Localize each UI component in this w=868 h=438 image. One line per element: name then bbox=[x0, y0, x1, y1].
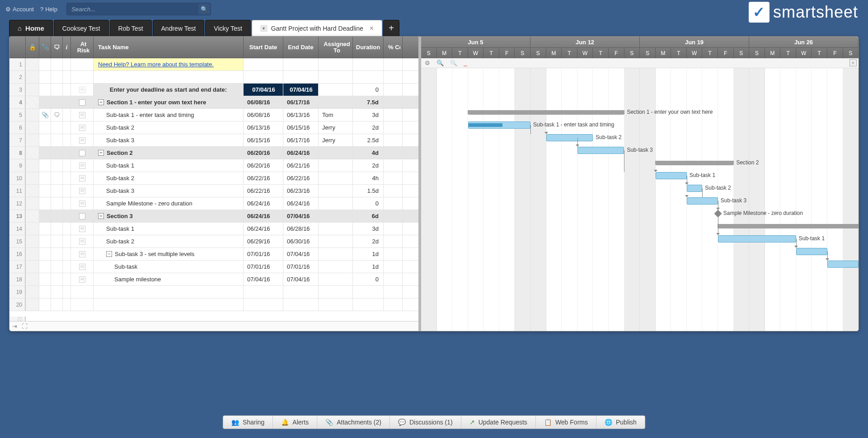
cell-assigned[interactable] bbox=[319, 235, 353, 247]
gantt-task-bar[interactable] bbox=[827, 261, 859, 268]
bottombar-button[interactable]: 🌐Publish bbox=[596, 416, 645, 429]
cell-pct[interactable] bbox=[384, 210, 403, 222]
cell-end-date[interactable]: 07/04/16 bbox=[283, 273, 319, 285]
cell-duration[interactable]: 7.5d bbox=[353, 96, 384, 108]
search-input[interactable] bbox=[66, 3, 211, 15]
flag-icon[interactable] bbox=[79, 200, 85, 207]
cell-comment[interactable] bbox=[51, 298, 63, 311]
grid-row[interactable]: 12Sample Milestone - zero duration06/24/… bbox=[9, 197, 418, 210]
grid-row[interactable]: 14Sub-task 106/24/1606/28/163d bbox=[9, 223, 418, 235]
cell-start-date[interactable]: 06/15/16 bbox=[244, 134, 283, 146]
cell-assigned[interactable]: Jerry bbox=[319, 121, 353, 134]
cell-assigned[interactable] bbox=[319, 298, 353, 311]
collapse-toggle[interactable]: − bbox=[98, 99, 104, 105]
gantt-section-bar[interactable] bbox=[468, 110, 624, 115]
cell-pct[interactable] bbox=[384, 223, 403, 235]
cell-attach[interactable] bbox=[39, 172, 51, 184]
cell-attach[interactable] bbox=[39, 185, 51, 197]
col-risk[interactable]: At Risk bbox=[71, 37, 94, 58]
grid-row[interactable]: 19 bbox=[9, 286, 418, 298]
cell-assigned[interactable]: Tom bbox=[319, 109, 353, 121]
cell-end-date[interactable]: 06/24/16 bbox=[283, 197, 319, 210]
cell-pct[interactable] bbox=[384, 159, 403, 172]
cell-attach[interactable] bbox=[39, 223, 51, 235]
cell-start-date[interactable]: 06/08/16 bbox=[244, 96, 283, 108]
col-lock[interactable]: 🔒 bbox=[26, 37, 39, 58]
flag-icon[interactable] bbox=[79, 175, 85, 182]
cell-task[interactable]: Sub-task 2 bbox=[94, 172, 244, 184]
gantt-task-bar[interactable] bbox=[577, 147, 624, 154]
cell-start-date[interactable]: 06/24/16 bbox=[244, 210, 283, 222]
grid-row[interactable]: 8−Section 206/20/1606/24/164d bbox=[9, 147, 418, 159]
col-start[interactable]: Start Date bbox=[244, 37, 283, 58]
cell-start-date[interactable]: 07/01/16 bbox=[244, 261, 283, 273]
cell-start-date[interactable]: 06/24/16 bbox=[244, 223, 283, 235]
cell-task[interactable]: −Section 2 bbox=[94, 147, 244, 159]
critical-path-icon[interactable]: ⎯ bbox=[464, 60, 467, 66]
grid-row[interactable]: 1Need Help? Learn more about this templa… bbox=[9, 58, 418, 71]
grid-row[interactable]: 4−Section 1 - enter your own text here06… bbox=[9, 96, 418, 109]
cell-assigned[interactable] bbox=[319, 159, 353, 172]
cell-pct[interactable] bbox=[384, 286, 403, 298]
cell-pct[interactable] bbox=[384, 261, 403, 273]
zoom-out-icon[interactable]: 🔍 bbox=[450, 60, 457, 66]
cell-duration[interactable]: 1d bbox=[353, 248, 384, 260]
cell-duration[interactable]: 1d bbox=[353, 261, 384, 273]
cell-duration[interactable] bbox=[353, 58, 384, 70]
cell-task[interactable]: Sub-task 2 bbox=[94, 121, 244, 134]
cell-risk[interactable] bbox=[71, 223, 94, 235]
cell-start-date[interactable]: 06/24/16 bbox=[244, 197, 283, 210]
bottombar-button[interactable]: 👥Sharing bbox=[223, 416, 273, 429]
cell-duration[interactable]: 0 bbox=[353, 84, 384, 96]
cell-comment[interactable] bbox=[51, 248, 63, 260]
cell-task[interactable]: Sub-task 1 bbox=[94, 159, 244, 172]
search-button[interactable]: 🔍 bbox=[198, 4, 210, 14]
help-link[interactable]: ? Help bbox=[40, 6, 57, 13]
cell-comment[interactable]: 🗨 bbox=[51, 109, 63, 121]
tab-dropdown-icon[interactable]: ▾ bbox=[260, 25, 267, 32]
gantt-task-bar[interactable] bbox=[546, 134, 593, 141]
cell-risk[interactable] bbox=[71, 261, 94, 273]
grid-row[interactable]: 10Sub-task 206/22/1606/22/164h bbox=[9, 172, 418, 185]
cell-attach[interactable] bbox=[39, 147, 51, 159]
cell-end-date[interactable]: 06/28/16 bbox=[283, 223, 319, 235]
flag-icon[interactable] bbox=[79, 188, 85, 194]
bottombar-button[interactable]: ↗Update Requests bbox=[461, 416, 536, 429]
cell-risk[interactable] bbox=[71, 235, 94, 247]
cell-attach[interactable] bbox=[39, 71, 51, 83]
cell-end-date[interactable]: 06/23/16 bbox=[283, 185, 319, 197]
cell-assigned[interactable] bbox=[319, 58, 353, 70]
cell-end-date[interactable]: 06/30/16 bbox=[283, 235, 319, 247]
cell-comment[interactable] bbox=[51, 147, 63, 159]
tab-sheet[interactable]: Cooksey Test bbox=[54, 20, 109, 36]
flag-icon[interactable] bbox=[79, 264, 85, 270]
collapse-toggle[interactable]: − bbox=[98, 150, 104, 156]
tab-add[interactable]: + bbox=[383, 20, 399, 36]
tab-sheet[interactable]: Rob Test bbox=[110, 20, 152, 36]
cell-risk[interactable] bbox=[71, 248, 94, 260]
cell-pct[interactable] bbox=[384, 197, 403, 210]
cell-duration[interactable] bbox=[353, 286, 384, 298]
grid-row[interactable]: 18Sample milestone07/04/1607/04/160 bbox=[9, 273, 418, 286]
cell-end-date[interactable]: 06/24/16 bbox=[283, 147, 319, 159]
cell-end-date[interactable]: 06/17/16 bbox=[283, 96, 319, 108]
section-flag-icon[interactable] bbox=[79, 213, 85, 219]
cell-comment[interactable] bbox=[51, 197, 63, 210]
tab-sheet[interactable]: Vicky Test bbox=[205, 20, 251, 36]
cell-attach[interactable] bbox=[39, 96, 51, 108]
cell-risk[interactable] bbox=[71, 96, 94, 108]
cell-attach[interactable]: 📎 bbox=[39, 109, 51, 121]
section-flag-icon[interactable] bbox=[79, 150, 85, 156]
cell-duration[interactable]: 0 bbox=[353, 273, 384, 285]
cell-end-date[interactable] bbox=[283, 286, 319, 298]
cell-pct[interactable] bbox=[384, 84, 403, 96]
cell-end-date[interactable]: 06/15/16 bbox=[283, 121, 319, 134]
cell-pct[interactable] bbox=[384, 185, 403, 197]
cell-comment[interactable] bbox=[51, 84, 63, 96]
cell-attach[interactable] bbox=[39, 298, 51, 311]
cell-duration[interactable]: 6d bbox=[353, 210, 384, 222]
cell-task[interactable]: −Sub-task 3 - set multiple levels bbox=[94, 248, 244, 260]
cell-task[interactable]: Sub-task 1 - enter task and timing bbox=[94, 109, 244, 121]
gantt-section-bar[interactable] bbox=[718, 224, 859, 228]
cell-task[interactable]: Sample milestone bbox=[94, 273, 244, 285]
